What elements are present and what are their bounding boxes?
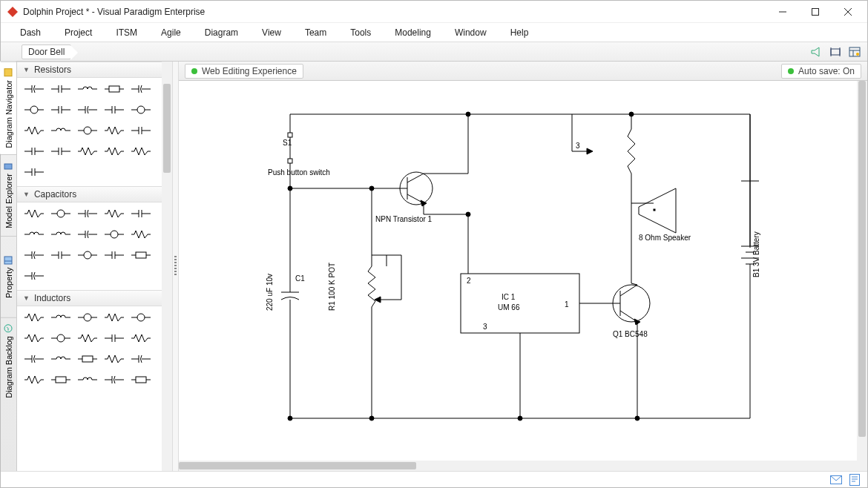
palette-item[interactable] <box>130 207 152 220</box>
palette-item[interactable] <box>76 207 99 220</box>
menu-agile[interactable]: Agile <box>149 24 193 41</box>
palette-item[interactable] <box>130 373 152 386</box>
palette-item[interactable] <box>23 269 45 283</box>
palette-item[interactable] <box>76 248 99 262</box>
palette-item[interactable] <box>23 352 45 366</box>
palette-item[interactable] <box>23 103 45 116</box>
palette-item[interactable] <box>76 145 99 158</box>
palette-item[interactable] <box>103 82 125 96</box>
label-pin3b: 3 <box>576 142 580 150</box>
svg-point-115 <box>137 314 145 321</box>
palette-item[interactable] <box>103 373 125 386</box>
label-c1: C1 <box>295 274 305 283</box>
palette-item[interactable] <box>23 165 45 179</box>
palette-item[interactable] <box>130 228 152 241</box>
menu-diagram[interactable]: Diagram <box>193 24 250 41</box>
palette-item[interactable] <box>130 311 152 324</box>
diagram-canvas[interactable]: S1 Push button switch NPN Transistor 1 C… <box>179 81 867 471</box>
note-icon[interactable] <box>849 474 860 486</box>
mail-icon[interactable] <box>830 475 842 484</box>
palette-item[interactable] <box>103 248 125 262</box>
group-resistors[interactable]: ▼Resistors <box>17 62 172 78</box>
palette-item[interactable] <box>23 207 45 220</box>
palette-item[interactable] <box>76 311 99 324</box>
svg-rect-173 <box>288 133 292 137</box>
palette-item[interactable] <box>50 311 72 324</box>
palette-item[interactable] <box>50 145 72 158</box>
menu-team[interactable]: Team <box>293 24 338 41</box>
canvas-hscroll[interactable] <box>179 461 867 471</box>
svg-point-193 <box>369 416 374 421</box>
svg-rect-194 <box>461 274 579 333</box>
palette-item[interactable] <box>103 332 125 345</box>
palette-item[interactable] <box>103 207 125 220</box>
palette-item[interactable] <box>50 124 72 137</box>
menu-dash[interactable]: Dash <box>8 24 53 41</box>
palette-item[interactable] <box>50 373 72 386</box>
palette-scrollbar[interactable] <box>162 62 172 471</box>
svg-point-32 <box>30 106 38 113</box>
palette-item[interactable] <box>130 82 152 96</box>
palette-item[interactable] <box>130 103 152 116</box>
menu-itsm[interactable]: ITSM <box>104 24 149 41</box>
palette-item[interactable] <box>103 311 125 324</box>
tab-diagram-backlog[interactable]: Diagram Backlog <box>1 317 16 404</box>
group-capacitors[interactable]: ▼Capacitors <box>17 186 172 202</box>
tab-diagram-navigator[interactable]: Diagram Navigator <box>1 62 16 154</box>
palette-item[interactable] <box>23 311 45 324</box>
maximize-button[interactable] <box>799 1 832 22</box>
palette-item[interactable] <box>50 332 72 345</box>
palette-item[interactable] <box>130 124 152 137</box>
palette-item[interactable] <box>130 145 152 158</box>
palette-item[interactable] <box>103 228 125 241</box>
minimize-button[interactable] <box>766 1 799 22</box>
menu-help[interactable]: Help <box>499 24 541 41</box>
palette-item[interactable] <box>76 228 99 241</box>
palette-item[interactable] <box>50 103 72 116</box>
panels-icon[interactable] <box>846 44 863 60</box>
palette-item[interactable] <box>23 373 45 386</box>
palette-item[interactable] <box>130 248 152 262</box>
palette-item[interactable] <box>76 124 99 137</box>
group-inductors[interactable]: ▼Inductors <box>17 290 172 306</box>
palette-item[interactable] <box>50 207 72 220</box>
menu-tools[interactable]: Tools <box>338 24 383 41</box>
palette-item[interactable] <box>23 228 45 241</box>
palette-item[interactable] <box>103 103 125 116</box>
palette-item[interactable] <box>103 352 125 366</box>
menu-window[interactable]: Window <box>443 24 499 41</box>
statusbar <box>1 471 867 487</box>
tag-autosave[interactable]: Auto save: On <box>781 64 861 79</box>
tab-model-explorer[interactable]: Model Explorer <box>1 154 16 236</box>
menu-modeling[interactable]: Modeling <box>383 24 443 41</box>
breadcrumb[interactable]: Door Bell <box>22 44 71 59</box>
palette-item[interactable] <box>50 228 72 241</box>
palette-item[interactable] <box>76 373 99 386</box>
bounds-icon[interactable] <box>827 44 844 60</box>
menu-project[interactable]: Project <box>53 24 104 41</box>
palette-item[interactable] <box>76 352 99 366</box>
palette-item[interactable] <box>130 352 152 366</box>
palette-item[interactable] <box>23 124 45 137</box>
palette-item[interactable] <box>130 332 152 345</box>
close-button[interactable] <box>832 1 864 22</box>
palette-item[interactable] <box>23 248 45 262</box>
svg-point-70 <box>57 210 65 217</box>
palette-item[interactable] <box>76 82 99 96</box>
palette-item[interactable] <box>50 248 72 262</box>
splitter-handle[interactable] <box>173 62 179 471</box>
palette-item[interactable] <box>23 82 45 96</box>
menu-view[interactable]: View <box>250 24 293 41</box>
palette-item[interactable] <box>103 145 125 158</box>
tag-web-editing[interactable]: Web Editing Experience <box>185 64 303 79</box>
palette-item[interactable] <box>76 103 99 116</box>
tab-property[interactable]: Property <box>1 236 16 317</box>
palette-item[interactable] <box>103 124 125 137</box>
canvas-vscroll[interactable] <box>857 81 867 461</box>
palette-item[interactable] <box>23 145 45 158</box>
palette-item[interactable] <box>50 82 72 96</box>
palette-item[interactable] <box>76 332 99 345</box>
palette-item[interactable] <box>50 352 72 366</box>
palette-item[interactable] <box>23 332 45 345</box>
announce-icon[interactable] <box>808 44 824 60</box>
